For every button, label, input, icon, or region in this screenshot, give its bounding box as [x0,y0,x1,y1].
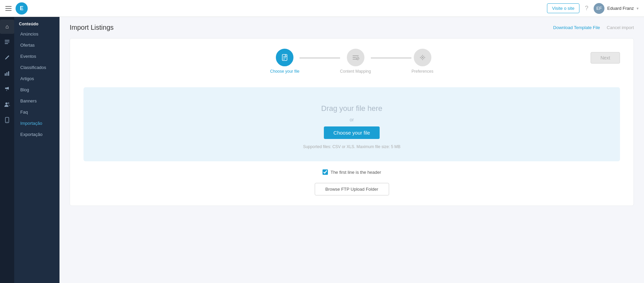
header-checkbox-row: The first line is the header [84,169,620,175]
help-icon[interactable]: ? [585,5,588,12]
main-content: Import Listings Download Template File C… [59,17,644,283]
sidebar-item-blog[interactable]: Blog [16,85,58,95]
svg-rect-4 [5,42,9,42]
sidebar-section-header: Conteúdo [14,18,59,28]
dropzone-title: Drag your file here [321,104,382,113]
sidebar-item-banners[interactable]: Banners [16,96,58,106]
svg-rect-1 [5,8,11,9]
sidebar-item-exportacao[interactable]: Exportação [16,129,58,140]
app-logo: E [16,2,28,15]
download-template-link[interactable]: Download Template File [553,25,600,30]
dropzone: Drag your file here or Choose your file … [84,87,620,161]
wizard-step-2-circle [347,49,364,66]
sidebar-icon-home[interactable]: ⌂ [0,20,14,34]
svg-rect-13 [282,54,287,61]
wizard-connector-1 [300,57,340,58]
first-line-header-checkbox[interactable] [323,169,328,175]
sidebar-icon-megaphone[interactable] [0,82,14,96]
hamburger-button[interactable] [5,6,11,11]
sidebar-item-faq[interactable]: Faq [16,107,58,117]
svg-rect-5 [5,43,8,44]
svg-point-10 [8,102,9,104]
sidebar-icons: ⌂ [0,17,14,283]
page-header: Import Listings Download Template File C… [70,24,634,31]
choose-file-button[interactable]: Choose your file [324,126,379,139]
svg-rect-2 [5,10,11,11]
sidebar-item-eventos[interactable]: Eventos [16,51,58,62]
svg-rect-8 [8,71,9,76]
first-line-header-label[interactable]: The first line is the header [331,170,381,175]
sidebar-item-anuncios[interactable]: Anúncios [16,29,58,39]
sidebar-icon-edit[interactable] [0,51,14,65]
page-header-actions: Download Template File Cancel import [553,25,634,30]
wizard-step-content-mapping: Content Mapping [340,49,371,74]
next-button[interactable]: Next [591,52,620,64]
import-card: Choose your file Content [70,38,634,206]
browse-ftp-button[interactable]: Browse FTP Upload Folder [315,183,389,195]
avatar: EF [594,3,604,14]
sidebar-item-importacao[interactable]: Importação [16,118,58,128]
topbar: E Visite o site ? EF Eduard Franz ▾ [0,0,644,17]
supported-files-text: Supported files: CSV or XLS. Maximum fil… [303,144,400,149]
chevron-down-icon: ▾ [637,6,639,11]
svg-point-9 [5,102,7,104]
layout: ⌂ Conteúdo Anúncios Ofertas Eventos Clas… [0,0,644,283]
wizard-step-preferences: Preferences [411,49,433,74]
ftp-btn-container: Browse FTP Upload Folder [84,183,620,195]
sidebar-menu: Conteúdo Anúncios Ofertas Eventos Classi… [14,17,59,283]
sidebar-icon-content[interactable] [0,35,14,49]
wizard-connector-2 [371,57,411,58]
wizard-step-3-label: Preferences [411,69,433,74]
wizard-container: Choose your file Content [84,49,620,74]
svg-rect-6 [5,73,6,76]
svg-point-12 [7,122,7,122]
topbar-left: E [5,2,28,15]
sidebar-item-classificados[interactable]: Classificados [16,62,58,73]
wizard-step-3-circle [414,49,431,66]
svg-rect-7 [6,72,7,76]
user-menu[interactable]: EF Eduard Franz ▾ [594,3,639,14]
sidebar-icon-chart[interactable] [0,66,14,80]
page-title: Import Listings [70,24,114,31]
user-name-label: Eduard Franz [607,6,634,11]
sidebar-icon-mobile[interactable] [0,113,14,127]
svg-rect-3 [5,40,9,41]
sidebar-item-artigos[interactable]: Artigos [16,73,58,84]
dropzone-or-text: or [350,117,354,122]
svg-rect-0 [5,6,11,7]
wizard-steps: Choose your file Content [270,49,433,74]
wizard-step-1-circle [276,49,293,66]
sidebar-item-ofertas[interactable]: Ofertas [16,40,58,50]
sidebar-icon-users[interactable] [0,97,14,112]
cancel-import-link[interactable]: Cancel import [607,25,634,30]
wizard-step-2-label: Content Mapping [340,69,371,74]
visit-site-button[interactable]: Visite o site [547,3,579,13]
wizard-step-1-label: Choose your file [270,69,300,74]
svg-point-18 [422,57,423,58]
topbar-right: Visite o site ? EF Eduard Franz ▾ [547,3,639,14]
wizard-step-choose-file: Choose your file [270,49,300,74]
